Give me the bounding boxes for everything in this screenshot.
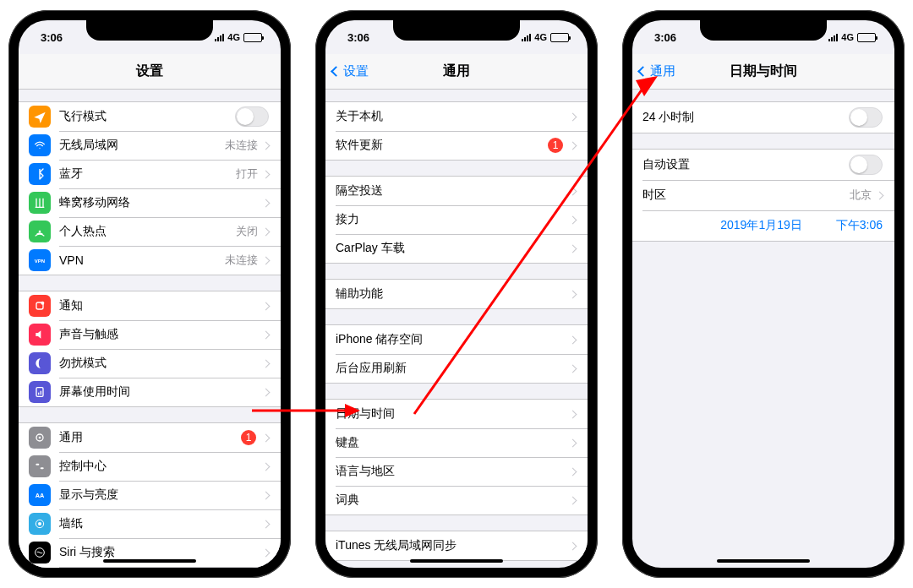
row-label: 自动设置 [642,157,849,172]
list-row[interactable]: 勿扰模式 [19,349,281,378]
list-row[interactable]: CarPlay 车载 [325,234,588,263]
back-label: 设置 [343,63,369,79]
row-label: 控制中心 [59,459,263,474]
list-row[interactable]: 隔空投送 [325,177,588,205]
list-row[interactable]: 墙纸 [19,509,281,538]
home-indicator[interactable] [103,559,196,563]
row-label: 隔空投送 [336,183,570,199]
row-label: 通知 [59,298,263,313]
list-row[interactable]: 时区北京 [632,180,894,210]
date-value[interactable]: 2019年1月19日 [720,218,802,233]
time-value[interactable]: 下午3:06 [836,218,883,233]
row-detail: 打开 [236,166,258,182]
datetime-list[interactable]: 24 小时制自动设置时区北京2019年1月19日下午3:06 [632,90,894,568]
list-group: 辅助功能 [325,279,588,309]
notch [393,20,520,41]
wifi-icon [29,134,51,156]
list-row[interactable]: 蜂窝移动网络 [19,188,281,217]
back-label: 通用 [650,63,675,79]
list-row[interactable]: 关于本机 [325,102,588,131]
list-row[interactable]: iPhone 储存空间 [325,325,588,354]
home-indicator[interactable] [717,559,810,563]
row-label: 后台应用刷新 [336,361,570,376]
page-title: 日期与时间 [730,63,797,80]
row-detail: 北京 [850,188,872,203]
battery-icon [550,33,569,42]
toggle-switch[interactable] [849,155,883,175]
screentime-icon [29,381,51,403]
chevron-right-icon [262,141,271,150]
battery-icon [857,33,876,42]
siri-icon [29,542,51,564]
toggle-switch[interactable] [849,107,883,128]
list-row[interactable]: 蓝牙打开 [19,160,281,188]
chevron-right-icon [569,542,577,550]
chevron-right-icon [262,302,271,310]
list-row[interactable]: 个人热点关闭 [19,217,281,246]
back-button[interactable]: 通用 [639,63,675,79]
chevron-left-icon [637,66,648,77]
svg-text:VPN: VPN [35,259,45,264]
chevron-right-icon [569,410,577,418]
list-group: 通知声音与触感勿扰模式屏幕使用时间 [19,291,281,407]
row-label: Siri 与搜索 [59,545,263,560]
list-row[interactable]: 屏幕使用时间 [19,378,281,406]
row-detail: 未连接 [225,253,258,268]
list-row[interactable]: 无线局域网未连接 [19,131,281,160]
list-row[interactable]: 24 小时制 [632,102,894,133]
chevron-right-icon [262,491,271,499]
list-group: 飞行模式无线局域网未连接蓝牙打开蜂窝移动网络个人热点关闭VPNVPN未连接 [19,101,281,275]
chevron-right-icon [262,170,271,178]
chevron-right-icon [569,364,577,373]
list-row[interactable]: 接力 [325,205,588,234]
signal-icon [828,34,838,41]
chevron-right-icon [262,388,271,396]
general-list[interactable]: 关于本机软件更新1隔空投送接力CarPlay 车载辅助功能iPhone 储存空间… [325,90,588,568]
badge: 1 [241,430,256,445]
list-row[interactable]: VPNVPN未连接 [19,246,281,275]
back-button[interactable]: 设置 [332,63,369,79]
list-row[interactable]: 软件更新1 [325,131,588,160]
phone-settings: 3:06 4G 设置 飞行模式无线局域网未连接蓝牙打开蜂窝移动网络个人热点关闭V… [8,10,291,578]
list-row[interactable]: 通用1 [19,423,281,452]
list-row[interactable]: AA显示与亮度 [19,481,281,509]
chevron-right-icon [262,199,271,207]
list-row[interactable]: 面容 ID 与密码 [19,567,281,568]
svg-rect-4 [36,388,43,397]
notch [86,20,213,41]
list-group: 隔空投送接力CarPlay 车载 [325,176,588,264]
airplane-icon [29,106,51,128]
status-time: 3:06 [41,31,63,44]
list-row[interactable]: 词典 [325,486,588,514]
settings-list[interactable]: 飞行模式无线局域网未连接蓝牙打开蜂窝移动网络个人热点关闭VPNVPN未连接通知声… [19,90,281,568]
list-row[interactable]: 后台应用刷新 [325,354,588,383]
row-label: 勿扰模式 [59,356,263,371]
list-row[interactable]: 自动设置 [632,150,894,180]
list-row[interactable]: 日期与时间 [325,400,588,428]
list-row[interactable]: 飞行模式 [19,102,281,131]
list-row[interactable]: 键盘 [325,428,588,457]
svg-text:AA: AA [36,492,45,499]
row-label: 显示与亮度 [59,487,263,503]
datetime-value-row[interactable]: 2019年1月19日下午3:06 [632,210,894,241]
list-row[interactable]: 控制中心 [19,452,281,481]
list-row[interactable]: 语言与地区 [325,457,588,486]
chevron-right-icon [262,330,271,339]
page-title: 通用 [443,63,470,80]
list-row[interactable]: 通知 [19,291,281,320]
row-label: 键盘 [336,435,570,450]
row-label: 声音与触感 [59,327,263,342]
chevron-right-icon [569,496,577,504]
list-row[interactable]: 声音与触感 [19,320,281,349]
list-row[interactable]: 辅助功能 [325,280,588,308]
chevron-right-icon [569,467,577,476]
home-indicator[interactable] [410,559,503,563]
status-network: 4G [841,32,854,42]
signal-icon [215,34,224,41]
status-time: 3:06 [347,31,369,44]
row-label: 时区 [642,188,850,203]
toggle-switch[interactable] [235,106,269,127]
row-label: 飞行模式 [59,109,235,124]
list-row[interactable]: iTunes 无线局域网同步 [325,531,588,560]
dnd-icon [29,352,51,374]
